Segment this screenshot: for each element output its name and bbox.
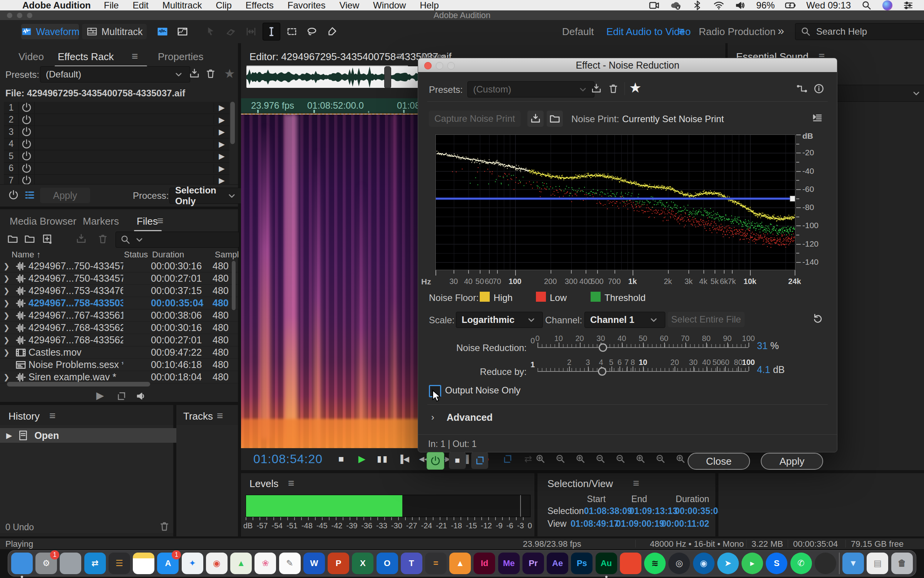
file-list-row[interactable]: ❯4294967...768-4335620.aif00:00:30:16480 [0,322,238,334]
delete-file-icon[interactable] [97,233,109,245]
wifi-icon[interactable] [713,0,725,11]
files-vertical-scrollbar[interactable] [232,261,236,310]
levels-panel-menu-icon[interactable]: ≡ [288,477,294,489]
dock-icon-camera-app[interactable]: ◉ [693,553,715,574]
tracks-panel-menu-icon[interactable]: ≡ [217,410,223,422]
workspace-default[interactable]: Default [562,26,594,38]
selection-view-menu-icon[interactable]: ≡ [633,477,639,489]
reset-icon[interactable] [812,313,824,324]
dock-icon-system-preferences[interactable]: ⚙1 [35,553,57,574]
new-item-icon[interactable] [42,233,53,245]
dock-icon-trash[interactable]: 🗑 [891,553,913,574]
rack-slot-row[interactable]: 4▶ [4,138,229,151]
presets-combo[interactable]: (Default) [40,66,190,82]
files-horizontal-scrollbar[interactable] [7,382,150,386]
sv-row-start[interactable]: 01:08:38:09 [584,506,629,516]
effect-playthrough-button[interactable] [471,452,488,469]
dock-icon-powerpoint[interactable]: P [328,553,349,574]
load-noise-print-icon[interactable] [547,111,563,127]
editor-panel-menu-icon[interactable]: ≡ [397,50,402,62]
dialog-info-icon[interactable] [813,83,825,94]
dock-icon-notes[interactable] [133,553,154,574]
file-list-row[interactable]: ❯4294967...753-4334765.aif00:00:37:15480 [0,285,238,297]
zoom-in-vertical-icon[interactable] [534,451,547,467]
dock-icon-app-store[interactable]: A1 [157,553,179,574]
rack-slot-row[interactable]: 5▶ [4,150,229,163]
scale-combo[interactable]: Logarithmic [456,312,543,328]
dock-icon-audition[interactable]: Au [596,553,617,574]
slider-knob[interactable] [599,343,607,352]
file-row-chevron-icon[interactable]: ❯ [0,286,13,295]
advanced-chevron-icon[interactable]: › [431,412,434,423]
rack-slot-row[interactable]: 6▶ [4,163,229,175]
dock-icon-chrome[interactable]: ◉ [206,553,228,574]
preview-play-icon[interactable]: ▶ [96,390,104,402]
file-list-row[interactable]: ❯4294967...750-4334579.aif00:00:27:01480 [0,272,238,285]
time-selection-tool[interactable] [263,23,280,40]
files-panel-menu-icon[interactable]: ≡ [157,215,163,227]
window-zoom-button[interactable] [27,13,32,18]
dialog-close-button[interactable] [424,62,432,69]
dock-icon-media-encoder[interactable]: Me [498,553,520,574]
zoom-reset-icon[interactable] [614,451,628,467]
waveform-view-toggle[interactable] [154,23,171,40]
column-status[interactable]: Status [124,250,148,260]
playback-time-display[interactable]: 01:08:54:20 [253,452,323,466]
noise-print-menu-icon[interactable] [812,112,823,124]
advanced-section-label[interactable]: Advanced [447,412,492,423]
dock-icon-word[interactable]: W [303,553,325,574]
dock-icon-maps[interactable]: ▲ [230,553,252,574]
column-duration[interactable]: Duration [152,250,184,260]
dialog-presets-combo[interactable]: (Custom) [467,81,594,97]
stop-button[interactable]: ■ [333,451,349,467]
effect-stop-button[interactable]: ■ [449,452,466,469]
cloud-sync-off-icon[interactable] [670,0,681,11]
rack-slot-arrow-icon[interactable]: ▶ [214,115,229,124]
app-window-titlebar[interactable]: Adobe Audition [0,10,924,20]
dock-icon-creative-cloud[interactable] [620,553,641,574]
spotlight-icon[interactable] [861,0,872,11]
tab-files[interactable]: Files [137,215,158,227]
rack-slot-arrow-icon[interactable]: ▶ [214,176,229,185]
rack-slot-row[interactable]: 3▶ [4,126,229,138]
dock-icon-obs[interactable]: ◎ [668,553,690,574]
zoom-in-point-icon[interactable] [634,451,648,467]
dock-icon-calculator[interactable]: = [425,553,447,574]
file-row-chevron-icon[interactable]: ❯ [0,323,13,332]
dialog-save-preset-icon[interactable] [591,83,602,94]
file-list-row[interactable]: ❯4294967...750-4334576.aif00:00:30:16480 [0,260,238,272]
sv-row-end[interactable]: 01:09:13:13 [629,506,675,516]
zoom-out-horizontal-icon[interactable] [594,451,608,467]
tab-history[interactable]: History [8,410,40,422]
save-noise-print-icon[interactable] [527,111,544,127]
level-meter[interactable] [246,495,531,517]
slider-knob[interactable] [598,367,606,376]
tab-video[interactable]: Video [18,51,44,63]
window-minimize-button[interactable] [17,13,22,18]
lasso-selection-tool[interactable] [303,23,320,40]
razor-tool[interactable] [223,23,239,40]
tab-tracks[interactable]: Tracks [183,410,213,422]
dialog-routing-icon[interactable] [796,83,808,94]
noise-reduction-value[interactable]: 31 [757,340,768,351]
dock-icon-photos[interactable]: ❀ [254,553,276,574]
file-row-chevron-icon[interactable]: ❯ [0,274,13,283]
rack-slot-power-icon[interactable] [18,163,35,174]
workspace-overflow-chevrons[interactable]: » [778,24,784,37]
loop-playback-button[interactable] [500,451,515,467]
file-list-row[interactable]: ❯4294967...767-4335613.aif00:00:38:06480 [0,309,238,322]
slip-tool[interactable] [243,23,259,40]
rack-slot-arrow-icon[interactable]: ▶ [214,151,229,161]
spectral-view-toggle[interactable] [174,23,191,40]
menubar-item-help[interactable]: Help [420,0,439,11]
reduce-by-slider[interactable]: 234567810203040506080100 [537,358,748,380]
menubar-item-clip[interactable]: Clip [216,0,231,11]
dock-icon-spotify[interactable]: ≋ [644,553,666,574]
file-row-chevron-icon[interactable]: ❯ [0,299,13,307]
dock-icon-textedit[interactable]: ✎ [279,553,301,574]
rack-slot-power-icon[interactable] [18,126,35,138]
history-row-open[interactable]: ▶ Open [0,428,179,443]
sv-row-duration[interactable]: 00:00:35:04 [675,506,723,516]
autoplay-speaker-icon[interactable] [136,390,147,402]
menubar-item-multitrack[interactable]: Multitrack [162,0,202,11]
